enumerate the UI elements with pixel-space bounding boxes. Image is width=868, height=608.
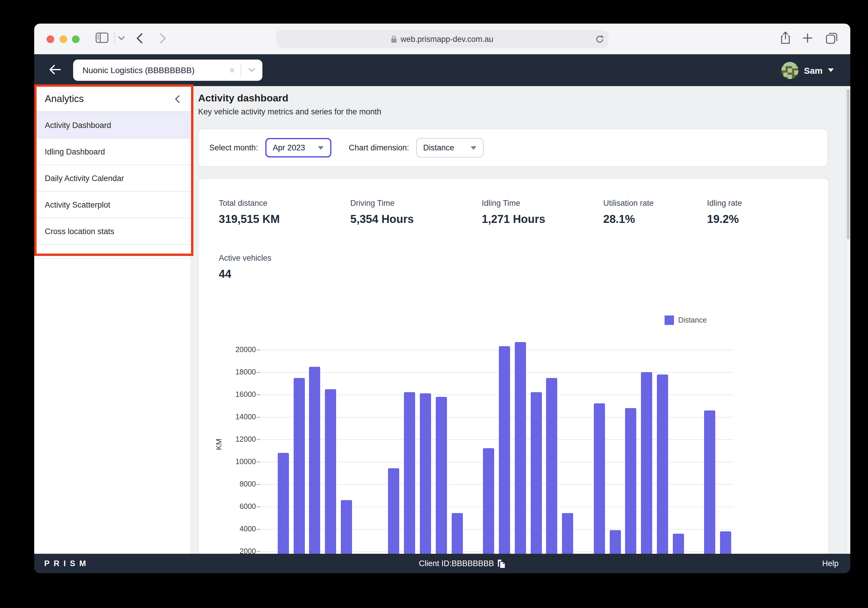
address-bar[interactable]: web.prismapp-dev.com.au [276,30,609,48]
gridline [259,350,733,350]
y-tick-label: 18000 [220,368,256,376]
bar-day-24 [625,408,637,554]
bar-day-13 [451,513,463,554]
bar-day-27 [673,534,684,554]
legend-label: Distance [678,316,707,324]
avatar [781,62,799,79]
legend-swatch [665,315,674,325]
y-tick-mark [257,417,260,417]
prism-logo: PRISM [44,554,90,573]
tab-overview-icon[interactable] [826,32,838,44]
y-tick-label: 12000 [220,435,256,443]
bar-day-22 [594,403,605,554]
y-tick-mark [257,506,260,507]
client-chevron-down-icon[interactable] [241,68,262,73]
app-navbar: Nuonic Logistics (BBBBBBBB) ✕ Sam [34,54,850,86]
y-tick-label: 8000 [220,480,256,488]
y-tick-mark [257,529,260,530]
user-menu[interactable]: Sam [781,54,834,86]
bar-day-3 [293,378,305,554]
bar-day-16 [499,346,510,554]
back-button[interactable] [136,33,143,44]
y-tick-label: 20000 [220,345,256,354]
bar-day-23 [609,530,621,554]
bar-day-25 [641,372,652,554]
bar-day-9 [388,468,400,554]
new-tab-icon[interactable] [803,33,812,43]
sidebar-toggle-icon[interactable] [96,33,108,43]
bar-day-30 [720,531,731,554]
toolbar-divider [115,32,115,43]
y-tick-mark [257,439,260,440]
y-tick-mark [257,461,260,462]
chart-legend[interactable]: Distance [665,315,707,325]
y-tick-label: 14000 [220,413,256,421]
bar-day-6 [341,500,352,554]
client-selector[interactable]: Nuonic Logistics (BBBBBBBB) ✕ [73,60,262,81]
sidebar-chevron-down-icon[interactable] [118,36,125,41]
bar-day-2 [277,453,289,554]
clear-selection-icon[interactable]: ✕ [223,66,240,74]
app-back-arrow-icon[interactable] [48,64,61,76]
bar-day-18 [530,392,542,554]
gridline [259,372,733,373]
scrollbar-thumb[interactable] [846,89,849,239]
lock-icon [391,35,397,43]
bar-day-15 [483,448,494,554]
client-selector-value: Nuonic Logistics (BBBBBBBB) [82,65,223,75]
copy-icon[interactable] [498,559,505,568]
client-id: Client ID:BBBBBBBB [418,554,504,573]
y-tick-mark [257,349,260,350]
bar-day-11 [420,393,431,554]
y-tick-mark [257,372,260,373]
client-id-text: Client ID:BBBBBBBB [418,559,494,568]
share-icon[interactable] [780,31,791,45]
y-tick-label: 10000 [220,458,256,465]
user-name: Sam [804,65,823,75]
y-tick-mark [257,551,260,552]
bar-day-26 [657,374,668,554]
help-link[interactable]: Help [822,554,839,573]
close-window-button[interactable] [46,35,54,43]
zoom-window-button[interactable] [72,35,80,43]
bar-day-20 [562,513,573,554]
bar-day-12 [436,397,447,554]
bar-day-29 [704,410,716,554]
user-chevron-down-icon [828,68,834,72]
y-tick-label: 4000 [220,524,256,533]
minimize-window-button[interactable] [59,35,67,43]
app-footer: PRISM Client ID:BBBBBBBB Help [34,554,850,573]
y-tick-label: 2000 [220,547,256,554]
bar-day-4 [309,366,321,554]
forward-button[interactable] [159,33,167,44]
y-tick-mark [257,484,260,485]
y-tick-mark [257,394,260,395]
bar-day-10 [404,392,415,554]
bar-day-5 [325,389,336,554]
y-tick-label: 16000 [220,390,256,399]
annotation-highlight-box [34,84,194,256]
bar-day-17 [515,342,526,554]
browser-toolbar: web.prismapp-dev.com.au [34,23,850,54]
y-tick-label: 6000 [220,502,256,510]
reload-icon[interactable] [595,30,604,48]
bar-day-19 [546,378,558,554]
url-text: web.prismapp-dev.com.au [401,34,494,43]
